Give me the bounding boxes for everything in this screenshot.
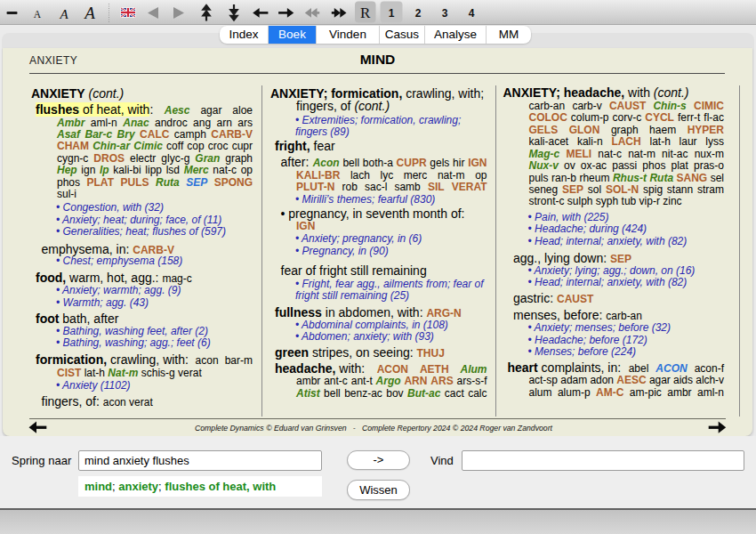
svg-text:A: A [83,4,95,22]
svg-text:1: 1 [389,7,395,20]
svg-text:3: 3 [442,7,448,20]
svg-text:4: 4 [469,7,475,20]
svg-text:2: 2 [415,7,422,20]
svg-text:A: A [59,7,68,21]
svg-text:A: A [34,9,42,20]
svg-text:R: R [360,4,371,21]
